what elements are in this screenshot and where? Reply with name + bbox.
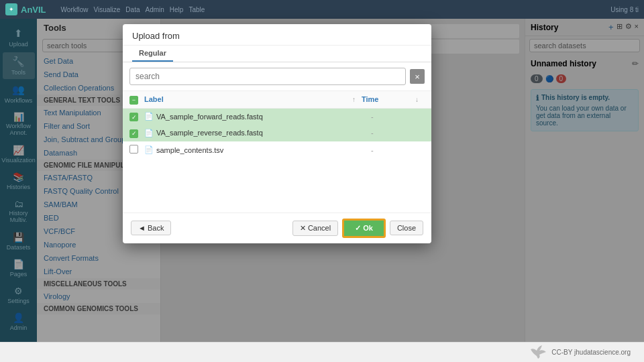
- modal-search-close-button[interactable]: ×: [410, 69, 425, 84]
- modal-footer-right: ✕ Cancel ✓ Ok Close: [292, 219, 423, 238]
- close-button[interactable]: Close: [390, 221, 423, 235]
- file-row-0-checkbox[interactable]: ✓: [129, 113, 138, 121]
- file-row-2-time: -: [371, 146, 425, 154]
- cancel-button[interactable]: ✕ Cancel: [292, 221, 338, 236]
- file-row-1-icon: 📄: [144, 129, 156, 137]
- footer-credit: CC-BY jhudatascience.org: [551, 349, 631, 356]
- file-row-0-name: VA_sample_forward_reads.fastq: [156, 113, 371, 121]
- col-time-header[interactable]: Time: [362, 95, 415, 103]
- back-button[interactable]: ◄ Back: [131, 221, 171, 235]
- file-row-0-time: -: [371, 113, 425, 121]
- file-row-1[interactable]: ✓ 📄 VA_sample_reverse_reads.fastq -: [123, 125, 431, 141]
- modal-tabs: Regular: [123, 46, 431, 62]
- file-row-1-time: -: [371, 129, 425, 137]
- file-row-1-name: VA_sample_reverse_reads.fastq: [156, 129, 371, 137]
- top-nav: ✦ AnVIL Workflow Visualize Data Admin He…: [0, 0, 644, 19]
- modal-footer: ◄ Back ✕ Cancel ✓ Ok Close: [123, 213, 431, 243]
- app-logo[interactable]: ✦ AnVIL: [5, 3, 46, 15]
- file-row-0[interactable]: ✓ 📄 VA_sample_forward_reads.fastq -: [123, 109, 431, 125]
- file-list: ✓ 📄 VA_sample_forward_reads.fastq - ✓ 📄 …: [123, 109, 431, 159]
- tab-regular[interactable]: Regular: [132, 46, 173, 62]
- col-time-sort-icon: ↓: [415, 96, 425, 103]
- ok-button[interactable]: ✓ Ok: [342, 219, 386, 238]
- col-sort-icon: ↑: [352, 96, 362, 103]
- modal-footer-left: ◄ Back: [131, 221, 171, 235]
- file-row-2-checkbox[interactable]: [129, 145, 138, 154]
- file-row-2[interactable]: 📄 sample_contents.tsv -: [123, 141, 431, 159]
- file-upload-modal: Upload from Regular × − Label ↑ Time ↓ ✓…: [123, 24, 431, 243]
- modal-search-bar: ×: [123, 62, 431, 91]
- file-row-2-name: sample_contents.tsv: [156, 146, 371, 154]
- file-row-0-icon: 📄: [144, 112, 156, 121]
- file-row-1-checkbox[interactable]: ✓: [129, 129, 138, 138]
- modal-search-input[interactable]: [129, 68, 406, 85]
- footer-bird: [527, 344, 546, 361]
- col-label-header[interactable]: Label: [144, 95, 352, 103]
- select-all-checkbox[interactable]: −: [129, 96, 138, 105]
- footer: CC-BY jhudatascience.org: [0, 342, 644, 362]
- modal-header: Upload from: [123, 24, 431, 46]
- tab-other[interactable]: [173, 46, 186, 62]
- nav-right: Using 8 ti: [610, 6, 639, 13]
- file-list-header: − Label ↑ Time ↓: [123, 91, 431, 109]
- file-row-2-icon: 📄: [144, 145, 156, 154]
- top-nav-links: Workflow Visualize Data Admin Help Table: [61, 6, 205, 13]
